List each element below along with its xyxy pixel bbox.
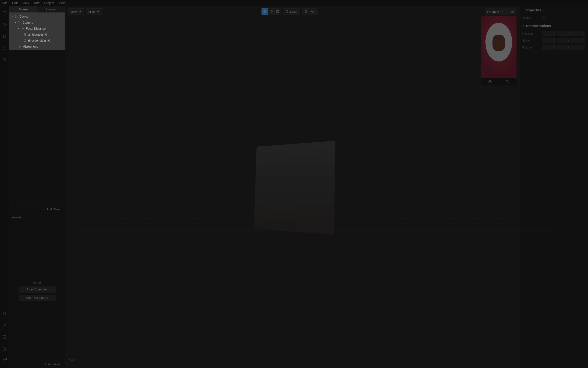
visible-label: Visible	[522, 16, 540, 20]
rotation-label: Rotation	[522, 46, 540, 49]
tab-scene[interactable]: Scene	[9, 6, 37, 12]
filter-label: Filter	[88, 10, 95, 13]
capture-icon[interactable]	[488, 80, 492, 83]
expand-arrow-placeholder	[14, 45, 17, 47]
tab-layers[interactable]: Layers	[37, 6, 65, 12]
expand-arrow-icon[interactable]	[11, 15, 13, 18]
rotation-y-input[interactable]: —Y	[557, 45, 571, 50]
menu-edit[interactable]: Edit	[12, 1, 18, 5]
visible-checkbox[interactable]	[542, 16, 545, 19]
focal-icon	[21, 27, 25, 30]
tree-microphone[interactable]: Microphone	[9, 43, 65, 49]
properties-header[interactable]: Properties	[522, 8, 585, 12]
device-preview	[481, 16, 517, 85]
tree-device[interactable]: Device	[9, 13, 65, 19]
microphone-icon	[18, 45, 21, 48]
plus-icon: +	[43, 208, 45, 211]
pivot-icon	[304, 10, 307, 13]
expand-arrow-icon[interactable]	[18, 27, 20, 29]
plus-icon: +	[45, 362, 47, 366]
rail-camera-icon[interactable]	[2, 22, 7, 27]
import-from-library-button[interactable]: From AR Library	[19, 295, 56, 301]
scale-tool-button[interactable]	[274, 8, 281, 15]
expand-arrow-icon[interactable]	[14, 21, 17, 24]
rail-pause-icon[interactable]	[2, 34, 7, 39]
3d-scene	[65, 6, 519, 368]
scene-tree: Device Camera Focal Distance ambientLigh…	[9, 12, 65, 50]
add-object-label: Add Object	[47, 208, 61, 211]
svg-point-7	[4, 348, 6, 350]
tree-label: directionalLight0	[28, 39, 50, 42]
device-selector[interactable]: iPhone 8	[485, 8, 517, 15]
svg-rect-1	[3, 24, 5, 25]
menu-file[interactable]: File	[2, 1, 8, 5]
pivot-toggle-button[interactable]: Pivot	[302, 8, 318, 15]
scale-y-input[interactable]: —Y	[557, 38, 571, 43]
import-from-computer-button[interactable]: From Computer	[19, 286, 56, 293]
cube-icon	[285, 10, 289, 13]
assets-panel: Assets Import: From Computer From AR Lib…	[9, 213, 65, 368]
reset-icon[interactable]	[506, 80, 509, 83]
axis-gizmo	[72, 357, 77, 361]
transformations-title: Transformations	[526, 24, 551, 28]
local-toggle-button[interactable]: Local	[283, 8, 299, 15]
filter-dropdown[interactable]: Filter	[86, 8, 102, 15]
menu-add[interactable]: Add	[34, 1, 40, 5]
position-row: Position —X —Y —Z	[522, 30, 585, 37]
rail-help-icon[interactable]	[2, 359, 7, 363]
device-icon	[15, 15, 18, 18]
svg-rect-0	[3, 11, 6, 14]
tree-label: Device	[19, 15, 29, 18]
pivot-label: Pivot	[309, 10, 316, 13]
assets-title: Assets	[9, 213, 65, 221]
scale-z-input[interactable]: —Z	[571, 38, 585, 43]
tree-focal-distance[interactable]: Focal Distance	[9, 25, 65, 31]
rotate-tool-button[interactable]	[268, 8, 274, 15]
svg-rect-5	[4, 312, 6, 315]
rail-viewport-icon[interactable]	[2, 11, 7, 16]
rail-library-icon[interactable]	[2, 335, 7, 340]
properties-panel: Properties Visible Transformations Posit…	[519, 6, 588, 368]
rail-export-icon[interactable]	[2, 323, 7, 328]
tree-label: Focal Distance	[26, 27, 46, 30]
tree-label: ambientLight0	[28, 33, 47, 36]
rail-device-icon[interactable]	[2, 312, 7, 316]
manipulate-tool-group	[262, 8, 281, 15]
svg-rect-13	[19, 45, 20, 47]
left-panel: Scene Layers Device Camera Focal Distanc…	[9, 6, 65, 368]
left-panel-tabs: Scene Layers	[9, 6, 65, 12]
move-tool-button[interactable]	[262, 8, 268, 15]
tree-ambient-light[interactable]: ambientLight0	[9, 31, 65, 37]
rail-refresh-icon[interactable]	[2, 46, 7, 51]
chevron-down-icon	[502, 11, 504, 12]
notification-dot	[6, 358, 7, 360]
chevron-down-icon	[78, 10, 81, 13]
menu-view[interactable]: View	[22, 1, 29, 5]
add-asset-button[interactable]: + Add Asset	[9, 360, 65, 368]
tree-label: Microphone	[23, 45, 38, 48]
add-object-button[interactable]: + Add Object	[9, 205, 65, 213]
rotation-z-input[interactable]: —Z	[571, 45, 585, 50]
menu-bar: File Edit View Add Project Help	[0, 0, 588, 6]
menu-help[interactable]: Help	[59, 1, 65, 5]
view-label: View	[70, 10, 77, 13]
rail-bug-icon[interactable]	[2, 347, 7, 352]
rotation-x-input[interactable]: —X	[542, 45, 556, 50]
menu-icon[interactable]	[511, 10, 514, 13]
menu-project[interactable]: Project	[44, 1, 54, 5]
tree-camera[interactable]: Camera	[9, 19, 65, 25]
scale-x-input[interactable]: —X	[542, 38, 556, 43]
position-x-input[interactable]: —X	[542, 31, 556, 36]
position-label: Position	[522, 32, 540, 35]
position-z-input[interactable]: —Z	[571, 31, 585, 36]
visible-row: Visible	[522, 14, 585, 21]
view-dropdown[interactable]: View	[68, 8, 84, 15]
collapse-arrow-icon	[522, 25, 524, 27]
rail-search-icon[interactable]	[2, 58, 7, 63]
import-label: Import:	[33, 281, 42, 284]
position-y-input[interactable]: —Y	[557, 31, 571, 36]
tree-directional-light[interactable]: directionalLight0	[9, 37, 65, 43]
transformations-header[interactable]: Transformations	[522, 24, 585, 28]
viewport[interactable]: View Filter Local Pivot	[65, 6, 519, 368]
svg-point-4	[3, 58, 5, 61]
